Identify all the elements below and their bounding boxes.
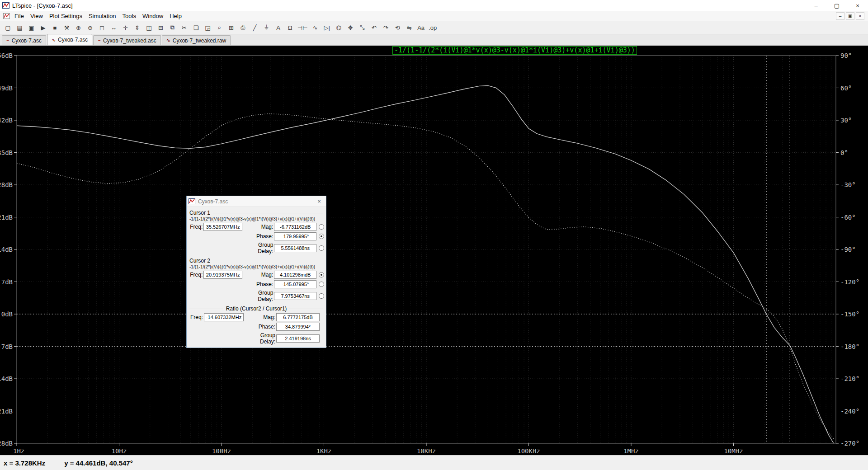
cursor1-mag-radio[interactable] <box>319 224 324 230</box>
cursor2-phase-input[interactable] <box>274 280 316 288</box>
print-button[interactable]: ⎙ <box>237 22 249 33</box>
ratio-freq-label: Freq: <box>189 314 203 320</box>
tab-4-waveform[interactable]: ∿Сухов-7_tweaked.raw <box>162 35 231 45</box>
left-axis-label: -28dB <box>0 440 13 447</box>
place-component-button[interactable]: ⌬ <box>333 22 344 33</box>
left-axis-label: 56dB <box>0 52 13 59</box>
cursor-dialog-close-icon[interactable]: × <box>314 197 324 206</box>
menu-window[interactable]: Window <box>139 12 166 20</box>
trace-phase[interactable] <box>17 114 834 439</box>
cursor1-phase-label: Phase: <box>243 233 273 240</box>
place-capacitor-button[interactable]: ⊣⊢ <box>296 22 309 33</box>
waveform-file-icon: ∿ <box>52 37 56 43</box>
child-minimize-button[interactable]: – <box>836 12 844 20</box>
place-ground-button[interactable]: ⏚ <box>261 22 272 33</box>
save-button[interactable]: ▣ <box>26 22 37 33</box>
menu-plot-settings[interactable]: Plot Settings <box>46 12 85 20</box>
schematic-file-icon: ⌁ <box>98 38 101 43</box>
ratio-phase-input[interactable] <box>276 323 320 331</box>
cascade-windows-button[interactable]: ⧉ <box>167 22 178 33</box>
cursor1-gd-radio[interactable] <box>319 245 324 251</box>
tab-2-waveform[interactable]: ∿Сухов-7.asc <box>47 34 92 45</box>
right-axis-label: 60° <box>840 85 852 92</box>
cursor2-mag-input[interactable] <box>274 271 316 279</box>
cursor1-freq-input[interactable] <box>203 223 242 231</box>
place-resistor-button[interactable]: Ω <box>284 22 296 33</box>
cursor1-phase-input[interactable] <box>274 232 316 240</box>
ratio-mag-input[interactable] <box>276 313 320 321</box>
place-inductor-button[interactable]: ∿ <box>310 22 321 33</box>
cursor1-phase-radio[interactable] <box>319 234 324 239</box>
cursor2-phase-radio[interactable] <box>319 282 324 287</box>
x-axis-label: 10Hz <box>112 447 127 455</box>
print-preview-button[interactable]: ⊞ <box>226 22 237 33</box>
zoom-out-button[interactable]: ⊖ <box>85 22 96 33</box>
menu-help[interactable]: Help <box>166 12 185 20</box>
waveform-viewer[interactable]: -1/(1-1/(2*(i(Vi)@1*v(x)@3-v(x)@1*i(Vi)@… <box>0 46 868 455</box>
ratio-freq-input[interactable] <box>204 313 244 321</box>
trace-expression-label[interactable]: -1/(1-1/(2*(i(Vi)@1*v(x)@3-v(x)@1*i(Vi)@… <box>392 46 637 55</box>
left-axis-label: 28dB <box>0 181 13 188</box>
minimize-button[interactable]: – <box>806 0 826 11</box>
zoom-area-button[interactable]: ◻ <box>96 22 108 33</box>
cursor2-freq-input[interactable] <box>203 271 242 279</box>
cursor-dialog[interactable]: Сухов-7.asc × Cursor 1 -1/(1-1/(2*(i(Vi)… <box>186 196 326 348</box>
cursor2-mag-radio[interactable] <box>319 272 324 277</box>
cursor2-mag-label: Mag: <box>243 272 273 278</box>
zoom-full-extents-button[interactable]: ↔ <box>108 22 119 33</box>
zoom-in-button[interactable]: ⊕ <box>73 22 84 33</box>
window-controls: – ▢ × <box>806 0 868 11</box>
menu-view[interactable]: View <box>27 12 46 20</box>
ratio-group-delay-input[interactable] <box>276 334 320 343</box>
cursor1-mag-input[interactable] <box>274 223 316 231</box>
rotate-button[interactable]: ⟲ <box>392 22 403 33</box>
cut-button[interactable]: ✂ <box>179 22 190 33</box>
cursor2-group-delay-input[interactable] <box>274 292 316 300</box>
maximize-button[interactable]: ▢ <box>826 0 847 11</box>
trace-magnitude[interactable] <box>17 85 834 443</box>
child-close-button[interactable]: × <box>856 12 864 20</box>
menu-file[interactable]: File <box>11 12 27 20</box>
redo-button[interactable]: ↷ <box>380 22 392 33</box>
document-icon <box>3 13 10 19</box>
right-axis-label: -210° <box>840 375 859 382</box>
cursor2-gd-radio[interactable] <box>319 293 324 299</box>
place-diode-button[interactable]: ▷| <box>321 22 333 33</box>
move-button[interactable]: ✥ <box>345 22 356 33</box>
copy-button[interactable]: ❏ <box>190 22 202 33</box>
control-panel-button[interactable]: ⚒ <box>61 22 72 33</box>
pan-button[interactable]: ✛ <box>120 22 131 33</box>
open-button[interactable]: ▤ <box>14 22 25 33</box>
tab-1-schematic[interactable]: ⌁Сухов-7.asc <box>2 35 46 45</box>
tab-3-schematic[interactable]: ⌁Сухов-7_tweaked.asc <box>93 35 160 45</box>
tab-label: Сухов-7.asc <box>12 38 42 44</box>
find-button[interactable]: ⌕ <box>214 22 225 33</box>
menu-simulation[interactable]: Simulation <box>85 12 119 20</box>
cursor2-expression: -1/(1-1/(2*(i(Vi)@1*v(x)@3-v(x)@1*i(Vi)@… <box>189 264 323 269</box>
drag-button[interactable]: ⤡ <box>357 22 368 33</box>
place-label-button[interactable]: A <box>273 22 284 33</box>
draw-wire-button[interactable]: ╱ <box>249 22 260 33</box>
new-schematic-button[interactable]: ▢ <box>2 22 14 33</box>
cursor-dialog-titlebar[interactable]: Сухов-7.asc × <box>187 196 326 207</box>
right-axis-label: 30° <box>840 117 852 124</box>
left-axis-label: 49dB <box>0 85 13 92</box>
tile-horizontally-button[interactable]: ⊟ <box>155 22 166 33</box>
undo-button[interactable]: ↶ <box>368 22 380 33</box>
spice-directive-button[interactable]: .op <box>427 22 439 33</box>
text-button[interactable]: Aa <box>415 22 427 33</box>
close-button[interactable]: × <box>847 0 868 11</box>
cursor1-group-delay-input[interactable] <box>274 244 316 252</box>
run-button[interactable]: ▶ <box>38 22 49 33</box>
mirror-button[interactable]: ⇋ <box>404 22 415 33</box>
menu-tools[interactable]: Tools <box>119 12 139 20</box>
tile-vertically-button[interactable]: ◫ <box>143 22 155 33</box>
halt-button[interactable]: ■ <box>49 22 61 33</box>
right-axis-label: -120° <box>840 278 859 286</box>
paste-button[interactable]: ◲ <box>202 22 213 33</box>
bode-plot-svg[interactable]: 56dB49dB42dB35dB28dB21dB14dB7dB0dB-7dB-1… <box>0 46 868 455</box>
right-axis-label: 0° <box>840 149 848 156</box>
tab-label: Сухов-7_tweaked.raw <box>173 38 226 44</box>
child-restore-button[interactable]: ▣ <box>846 12 854 20</box>
autorange-y-button[interactable]: ⇕ <box>132 22 143 33</box>
